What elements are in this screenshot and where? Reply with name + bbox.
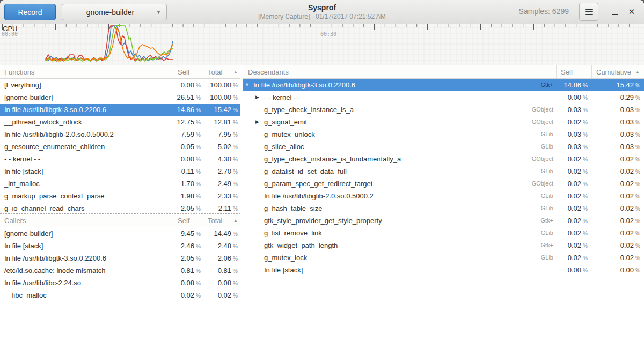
total-percent: 2.11% — [203, 202, 240, 213]
descendants-table-row[interactable]: gtk_widget_path_lengthGtk+0.02%0.02% — [243, 239, 644, 252]
expander-right-icon[interactable]: ▶ — [255, 116, 264, 128]
functions-table-header: Functions Self Total▲ — [0, 65, 240, 79]
self-percent: 0.02% — [557, 215, 592, 227]
percent-sign: % — [233, 243, 238, 249]
function-name: In file /usr/lib/libgtk-3.so.0.2200.6 — [0, 104, 173, 116]
menu-button[interactable] — [579, 3, 598, 21]
percent-sign: % — [635, 83, 640, 88]
functions-table-row[interactable]: g_markup_parse_context_parse1.98%2.33% — [0, 190, 240, 202]
functions-table-row[interactable]: _int_malloc1.70%2.49% — [0, 178, 240, 190]
total-percent: 15.42% — [203, 104, 240, 116]
functions-table-row[interactable]: - - kernel - -0.00%4.30% — [0, 153, 240, 165]
function-name: __pthread_rwlock_rdlock — [0, 116, 173, 128]
percent-sign: % — [635, 243, 640, 249]
callers-table-row[interactable]: /etc/ld.so.cache: inode mismatch0.81%0.8… — [0, 264, 240, 277]
percent-sign: % — [583, 132, 588, 138]
descendants-table-row[interactable]: ▶g_signal_emitGObject0.02%0.03% — [243, 116, 644, 128]
callers-table-row[interactable]: __libc_malloc0.02%0.02% — [0, 289, 240, 301]
percent-sign: % — [196, 144, 201, 150]
expander-down-icon[interactable]: ▼ — [245, 79, 253, 91]
function-name: g_list_remove_link — [264, 227, 322, 239]
library-badge: GLib — [537, 128, 553, 141]
record-button[interactable]: Record — [4, 4, 56, 20]
functions-table-row[interactable]: [Everything]0.00%100.00% — [0, 79, 240, 91]
cumulative-percent: 0.02% — [592, 215, 644, 227]
column-header-total[interactable]: Total▲ — [203, 65, 240, 78]
self-percent: 2.46% — [173, 240, 203, 252]
descendants-table-row[interactable]: ▶- - kernel - -0.00%0.29% — [243, 91, 644, 104]
functions-table-row[interactable]: [gnome-builder]26.51%100.00% — [0, 91, 240, 104]
callers-table-row[interactable]: In file /usr/lib/libgtk-3.so.0.2200.62.0… — [0, 252, 240, 264]
self-percent: 0.00% — [173, 79, 203, 91]
minimize-button[interactable] — [608, 4, 621, 19]
percent-sign: % — [583, 95, 588, 101]
column-header-callers[interactable]: Callers — [0, 215, 173, 227]
time-tick-start: 00:00 — [2, 31, 18, 37]
descendants-table-row[interactable]: g_mutex_lockGLib0.02%0.02% — [243, 252, 644, 264]
descendants-table-row[interactable]: In file /usr/lib/libglib-2.0.so.0.5000.2… — [243, 190, 644, 202]
column-header-total[interactable]: Total▲ — [203, 215, 240, 227]
percent-sign: % — [233, 181, 238, 187]
percent-sign: % — [635, 95, 640, 101]
cumulative-percent: 0.02% — [592, 239, 644, 252]
descendants-table-row[interactable]: g_datalist_id_set_data_fullGLib0.02%0.02… — [243, 165, 644, 178]
column-header-functions[interactable]: Functions — [0, 65, 173, 78]
functions-table-row[interactable]: In file /usr/lib/libgtk-3.so.0.2200.614.… — [0, 104, 240, 116]
library-badge: GLib — [537, 190, 553, 202]
functions-table-row[interactable]: __pthread_rwlock_rdlock12.75%12.81% — [0, 116, 240, 128]
function-name: In file /usr/lib/libgtk-3.so.0.2200.6 — [253, 79, 355, 91]
function-name: In file /usr/lib/libgtk-3.so.0.2200.6 — [0, 252, 173, 264]
column-header-cumulative[interactable]: Cumulative▲ — [592, 65, 644, 78]
functions-table-row[interactable]: In file [stack]0.11%2.70% — [0, 165, 240, 178]
descendants-table-row[interactable]: g_mutex_unlockGLib0.03%0.03% — [243, 128, 644, 141]
percent-sign: % — [583, 255, 588, 261]
descendants-table-row[interactable]: g_hash_table_sizeGLib0.02%0.02% — [243, 202, 644, 215]
cumulative-percent: 0.02% — [592, 165, 644, 178]
hamburger-icon — [585, 9, 593, 10]
cpu-graph[interactable]: CPU 00:00 00:30 — [0, 24, 644, 65]
column-header-self[interactable]: Self — [173, 65, 203, 78]
total-percent: 2.33% — [203, 190, 240, 202]
function-name: g_signal_emit — [264, 116, 307, 128]
descendants-table-row[interactable]: g_list_remove_linkGLib0.02%0.02% — [243, 227, 644, 239]
callers-table-row[interactable]: In file /usr/lib/libc-2.24.so0.08%0.08% — [0, 277, 240, 289]
self-percent: 1.98% — [173, 190, 203, 202]
percent-sign: % — [233, 256, 238, 262]
percent-sign: % — [583, 169, 588, 175]
expander-right-icon[interactable]: ▶ — [255, 91, 264, 104]
functions-table-row[interactable]: In file /usr/lib/libglib-2.0.so.0.5000.2… — [0, 128, 240, 141]
function-name: gtk_style_provider_get_style_property — [264, 215, 382, 227]
column-header-self[interactable]: Self — [557, 65, 592, 78]
percent-sign: % — [635, 169, 640, 175]
percent-sign: % — [196, 194, 201, 200]
process-selector-dropdown[interactable]: gnome-builder ▼ — [62, 4, 167, 20]
descendants-table-row[interactable]: g_type_check_instance_is_aGObject0.03%0.… — [243, 104, 644, 116]
library-badge: GLib — [537, 227, 553, 239]
percent-sign: % — [635, 231, 640, 237]
column-header-self[interactable]: Self — [173, 215, 203, 227]
percent-sign: % — [583, 268, 588, 274]
close-button[interactable]: ✕ — [625, 4, 639, 19]
cumulative-percent: 0.29% — [592, 91, 644, 104]
descendants-table-row[interactable]: gtk_style_provider_get_style_propertyGtk… — [243, 215, 644, 227]
percent-sign: % — [635, 107, 640, 113]
self-percent: 0.03% — [557, 104, 592, 116]
descendants-table-row[interactable]: g_type_check_instance_is_fundamentally_a… — [243, 153, 644, 165]
functions-table-row[interactable]: g_io_channel_read_chars2.05%2.11% — [0, 202, 240, 213]
descendants-table-row[interactable]: In file [stack]0.00%0.00% — [243, 264, 644, 276]
self-percent: 0.08% — [173, 277, 203, 289]
column-header-descendants[interactable]: Descendants — [243, 65, 557, 78]
library-badge: GObject — [528, 116, 553, 128]
functions-table-row[interactable]: g_resource_enumerate_children0.05%5.02% — [0, 141, 240, 153]
percent-sign: % — [233, 157, 238, 162]
cumulative-percent: 0.02% — [592, 202, 644, 215]
percent-sign: % — [196, 243, 201, 249]
cumulative-percent: 0.03% — [592, 128, 644, 141]
descendants-table-row[interactable]: g_slice_allocGLib0.03%0.03% — [243, 141, 644, 153]
callers-table-row[interactable]: In file [stack]2.46%2.48% — [0, 240, 240, 252]
percent-sign: % — [233, 132, 238, 138]
callers-table-row[interactable]: [gnome-builder]9.45%14.49% — [0, 227, 240, 240]
function-name: g_slice_alloc — [264, 141, 304, 153]
descendants-table-row[interactable]: ▼In file /usr/lib/libgtk-3.so.0.2200.6Gt… — [243, 79, 644, 91]
descendants-table-row[interactable]: g_param_spec_get_redirect_targetGObject0… — [243, 178, 644, 190]
